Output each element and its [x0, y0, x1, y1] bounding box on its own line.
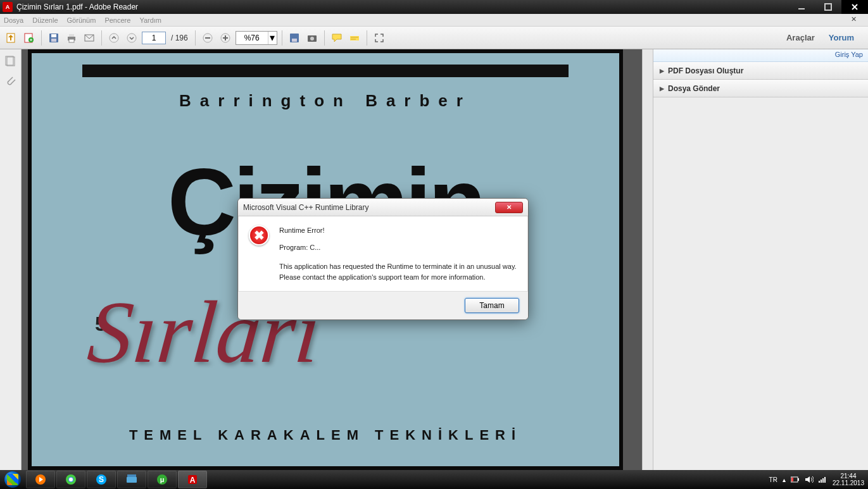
minimize-button[interactable] — [788, 0, 815, 14]
separator — [41, 30, 42, 46]
side-panel: Giriş Yap ▶ PDF Dosyası Oluştur ▶ Dosya … — [653, 49, 868, 470]
language-indicator[interactable]: TR — [769, 476, 777, 483]
task-media-player[interactable] — [26, 471, 55, 488]
svg-text:S: S — [99, 475, 104, 484]
comment-link[interactable]: Yorum — [825, 30, 858, 45]
svg-rect-1 — [825, 4, 831, 10]
ok-button[interactable]: Tamam — [465, 298, 519, 313]
page-down-icon[interactable] — [124, 30, 139, 46]
svg-rect-23 — [350, 36, 359, 40]
dialog-title: Microsoft Visual C++ Runtime Library — [243, 203, 369, 212]
svg-rect-39 — [798, 478, 799, 481]
task-utorrent[interactable]: μ — [148, 471, 177, 488]
error-icon: ✖ — [249, 225, 269, 245]
svg-text:A: A — [190, 476, 196, 485]
cover-author: Barrington Barber — [32, 91, 619, 111]
svg-rect-41 — [819, 481, 820, 483]
nav-pane — [0, 49, 22, 470]
separator — [195, 30, 196, 46]
svg-point-12 — [110, 34, 118, 42]
create-pdf-icon[interactable] — [22, 30, 37, 46]
cover-bar — [82, 65, 569, 77]
task-keyboard[interactable] — [117, 471, 146, 488]
fullscreen-icon[interactable] — [372, 30, 387, 46]
windows-orb-icon — [4, 471, 21, 488]
toolbar-right: Araçlar Yorum — [783, 30, 864, 45]
dialog-close-button[interactable]: ✕ — [495, 202, 523, 213]
svg-rect-9 — [69, 34, 74, 37]
thumbnails-icon[interactable] — [4, 54, 18, 68]
battery-icon[interactable] — [791, 476, 800, 483]
network-icon[interactable] — [819, 476, 827, 483]
window-titlebar: A Çizimin Sırları 1.pdf - Adobe Reader — [0, 0, 868, 14]
close-doc-button[interactable]: ✕ — [851, 15, 857, 23]
clock[interactable]: 21:44 22.11.2013 — [833, 473, 864, 486]
export-pdf-icon[interactable] — [4, 30, 19, 46]
comment-icon[interactable] — [329, 30, 344, 46]
menu-help[interactable]: Yardım — [139, 16, 161, 24]
attachments-icon[interactable] — [4, 73, 18, 87]
page-total-label: / 196 — [171, 34, 188, 42]
side-send-file[interactable]: ▶ Dosya Gönder — [653, 80, 868, 97]
svg-rect-20 — [292, 39, 297, 42]
svg-rect-40 — [791, 478, 793, 481]
menu-window[interactable]: Pencere — [104, 16, 130, 24]
save-copy-icon[interactable] — [287, 30, 302, 46]
svg-rect-32 — [127, 477, 137, 483]
svg-rect-43 — [822, 478, 824, 483]
svg-text:μ: μ — [160, 476, 165, 483]
dialog-message: Runtime Error! Program: C... This applic… — [279, 225, 517, 282]
error-heading: Runtime Error! — [279, 225, 517, 236]
zoom-out-icon[interactable] — [200, 30, 215, 46]
print-icon[interactable] — [64, 30, 79, 46]
svg-rect-0 — [798, 8, 805, 9]
toolbar: / 196 ▾ Araçlar Yorum — [0, 27, 868, 49]
close-button[interactable] — [841, 0, 868, 14]
task-chrome[interactable] — [56, 471, 85, 488]
task-skype[interactable]: S — [87, 471, 116, 488]
menu-view[interactable]: Görünüm — [67, 16, 96, 24]
save-icon[interactable] — [46, 30, 61, 46]
separator — [282, 30, 282, 46]
tray-chevron-icon[interactable]: ▴ — [783, 476, 786, 483]
adobe-reader-icon: A — [3, 2, 13, 12]
svg-point-29 — [69, 478, 73, 481]
taskbar: S μ A TR ▴ 21:44 22.11.2013 — [0, 470, 868, 489]
menu-edit[interactable]: Düzenle — [32, 16, 58, 24]
volume-icon[interactable] — [805, 476, 814, 483]
zoom-input[interactable] — [236, 32, 268, 44]
separator — [324, 30, 325, 46]
chevron-down-icon[interactable]: ▾ — [268, 32, 277, 44]
side-create-pdf[interactable]: ▶ PDF Dosyası Oluştur — [653, 62, 868, 80]
svg-rect-7 — [51, 39, 56, 42]
error-body2: Please contact the application's support… — [279, 272, 517, 283]
page-up-icon[interactable] — [106, 30, 122, 46]
page-number-input[interactable] — [142, 32, 166, 44]
zoom-in-icon[interactable] — [218, 30, 233, 46]
menu-file[interactable]: Dosya — [4, 16, 23, 24]
login-link[interactable]: Giriş Yap — [653, 49, 868, 62]
task-adobe-reader[interactable]: A — [178, 471, 207, 488]
svg-rect-33 — [127, 474, 136, 477]
svg-point-22 — [310, 37, 314, 40]
menu-bar: Dosya Düzenle Görünüm Pencere Yardım ✕ — [0, 14, 868, 27]
zoom-select[interactable]: ▾ — [236, 31, 277, 45]
svg-rect-10 — [69, 39, 74, 42]
chevron-right-icon: ▶ — [660, 85, 664, 92]
tools-link[interactable]: Araçlar — [783, 30, 819, 45]
highlight-icon[interactable] — [347, 30, 362, 46]
system-tray: TR ▴ 21:44 22.11.2013 — [769, 473, 868, 486]
side-item-label: Dosya Gönder — [668, 84, 720, 93]
start-button[interactable] — [0, 470, 25, 489]
separator — [101, 30, 102, 46]
window-title: Çizimin Sırları 1.pdf - Adobe Reader — [15, 3, 788, 11]
maximize-button[interactable] — [815, 0, 841, 14]
vertical-scrollbar[interactable] — [642, 49, 653, 470]
dialog-titlebar[interactable]: Microsoft Visual C++ Runtime Library ✕ — [238, 199, 528, 216]
email-icon[interactable] — [82, 30, 97, 46]
dialog-body: ✖ Runtime Error! Program: C... This appl… — [238, 216, 528, 292]
svg-rect-44 — [824, 477, 826, 483]
svg-rect-6 — [51, 34, 56, 37]
snapshot-icon[interactable] — [305, 30, 320, 46]
clock-time: 21:44 — [833, 473, 864, 480]
